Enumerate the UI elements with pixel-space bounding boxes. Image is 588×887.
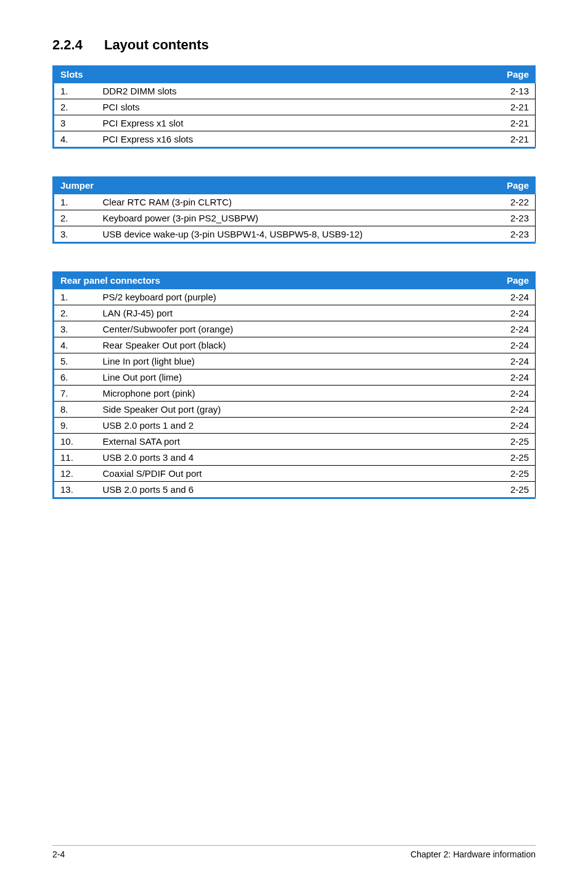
row-desc: Coaxial S/PDIF Out port bbox=[97, 466, 492, 482]
row-desc: Microphone port (pink) bbox=[97, 386, 492, 402]
slots-table: Slots Page 1. DDR2 DIMM slots 2-13 2. PC… bbox=[52, 65, 536, 149]
row-number: 1. bbox=[54, 83, 97, 99]
table-row: 1. PS/2 keyboard port (purple) 2-24 bbox=[54, 289, 536, 305]
row-number: 3 bbox=[54, 115, 97, 131]
slots-header-right: Page bbox=[492, 66, 536, 83]
row-number: 3. bbox=[54, 321, 97, 337]
rear-body: 1. PS/2 keyboard port (purple) 2-24 2. L… bbox=[54, 289, 536, 498]
table-row: 12. Coaxial S/PDIF Out port 2-25 bbox=[54, 466, 536, 482]
jumper-header-right: Page bbox=[492, 177, 536, 194]
row-page: 2-21 bbox=[492, 115, 536, 131]
table-row: 1. Clear RTC RAM (3-pin CLRTC) 2-22 bbox=[54, 194, 536, 210]
row-number: 6. bbox=[54, 369, 97, 386]
rear-table: Rear panel connectors Page 1. PS/2 keybo… bbox=[52, 271, 536, 499]
row-desc: USB 2.0 ports 5 and 6 bbox=[97, 482, 492, 498]
table-row: 7. Microphone port (pink) 2-24 bbox=[54, 386, 536, 402]
table-row: 2. PCI slots 2-21 bbox=[54, 99, 536, 115]
row-desc: Center/Subwoofer port (orange) bbox=[97, 321, 492, 337]
footer-page-number: 2-4 bbox=[52, 849, 65, 859]
table-row: 5. Line In port (light blue) 2-24 bbox=[54, 353, 536, 369]
row-page: 2-24 bbox=[492, 386, 536, 402]
section-heading: 2.2.4Layout contents bbox=[52, 37, 536, 53]
row-desc: DDR2 DIMM slots bbox=[97, 83, 492, 99]
table-row: 2. LAN (RJ-45) port 2-24 bbox=[54, 305, 536, 321]
row-page: 2-25 bbox=[492, 450, 536, 466]
row-page: 2-24 bbox=[492, 402, 536, 418]
row-desc: USB 2.0 ports 1 and 2 bbox=[97, 418, 492, 434]
row-desc: PS/2 keyboard port (purple) bbox=[97, 289, 492, 305]
row-page: 2-24 bbox=[492, 321, 536, 337]
row-number: 8. bbox=[54, 402, 97, 418]
row-number: 10. bbox=[54, 434, 97, 450]
row-page: 2-23 bbox=[492, 226, 536, 243]
row-page: 2-25 bbox=[492, 434, 536, 450]
row-desc: PCI Express x16 slots bbox=[97, 131, 492, 148]
jumper-header-left: Jumper bbox=[54, 177, 492, 194]
table-row: 3 PCI Express x1 slot 2-21 bbox=[54, 115, 536, 131]
section-title: Layout contents bbox=[104, 37, 209, 52]
jumper-table: Jumper Page 1. Clear RTC RAM (3-pin CLRT… bbox=[52, 176, 536, 244]
row-number: 2. bbox=[54, 99, 97, 115]
section-number: 2.2.4 bbox=[52, 37, 83, 53]
table-row: 3. USB device wake-up (3-pin USBPW1-4, U… bbox=[54, 226, 536, 243]
row-desc: LAN (RJ-45) port bbox=[97, 305, 492, 321]
table-row: 10. External SATA port 2-25 bbox=[54, 434, 536, 450]
row-number: 1. bbox=[54, 289, 97, 305]
row-page: 2-25 bbox=[492, 482, 536, 498]
row-page: 2-21 bbox=[492, 131, 536, 148]
table-row: 13. USB 2.0 ports 5 and 6 2-25 bbox=[54, 482, 536, 498]
row-desc: Side Speaker Out port (gray) bbox=[97, 402, 492, 418]
row-page: 2-24 bbox=[492, 369, 536, 386]
row-desc: PCI Express x1 slot bbox=[97, 115, 492, 131]
row-number: 5. bbox=[54, 353, 97, 369]
row-desc: External SATA port bbox=[97, 434, 492, 450]
table-row: 11. USB 2.0 ports 3 and 4 2-25 bbox=[54, 450, 536, 466]
row-page: 2-23 bbox=[492, 210, 536, 226]
table-row: 4. Rear Speaker Out port (black) 2-24 bbox=[54, 337, 536, 353]
row-page: 2-21 bbox=[492, 99, 536, 115]
row-number: 12. bbox=[54, 466, 97, 482]
footer-chapter: Chapter 2: Hardware information bbox=[410, 849, 536, 859]
table-row: 8. Side Speaker Out port (gray) 2-24 bbox=[54, 402, 536, 418]
rear-header-right: Page bbox=[492, 272, 536, 289]
row-desc: Line Out port (lime) bbox=[97, 369, 492, 386]
row-number: 1. bbox=[54, 194, 97, 210]
row-number: 2. bbox=[54, 210, 97, 226]
row-page: 2-24 bbox=[492, 337, 536, 353]
row-desc: USB device wake-up (3-pin USBPW1-4, USBP… bbox=[97, 226, 492, 243]
row-number: 11. bbox=[54, 450, 97, 466]
row-page: 2-24 bbox=[492, 353, 536, 369]
row-number: 7. bbox=[54, 386, 97, 402]
table-row: 3. Center/Subwoofer port (orange) 2-24 bbox=[54, 321, 536, 337]
row-number: 4. bbox=[54, 131, 97, 148]
slots-header-left: Slots bbox=[54, 66, 492, 83]
row-page: 2-24 bbox=[492, 305, 536, 321]
rear-header-left: Rear panel connectors bbox=[54, 272, 492, 289]
slots-body: 1. DDR2 DIMM slots 2-13 2. PCI slots 2-2… bbox=[54, 83, 536, 148]
row-desc: Clear RTC RAM (3-pin CLRTC) bbox=[97, 194, 492, 210]
row-desc: Rear Speaker Out port (black) bbox=[97, 337, 492, 353]
row-page: 2-22 bbox=[492, 194, 536, 210]
row-page: 2-13 bbox=[492, 83, 536, 99]
page-content: 2.2.4Layout contents Slots Page 1. DDR2 … bbox=[0, 0, 588, 499]
row-page: 2-25 bbox=[492, 466, 536, 482]
row-number: 2. bbox=[54, 305, 97, 321]
table-row: 4. PCI Express x16 slots 2-21 bbox=[54, 131, 536, 148]
row-page: 2-24 bbox=[492, 418, 536, 434]
row-page: 2-24 bbox=[492, 289, 536, 305]
row-number: 4. bbox=[54, 337, 97, 353]
row-desc: Keyboard power (3-pin PS2_USBPW) bbox=[97, 210, 492, 226]
row-number: 3. bbox=[54, 226, 97, 243]
row-desc: USB 2.0 ports 3 and 4 bbox=[97, 450, 492, 466]
row-number: 13. bbox=[54, 482, 97, 498]
row-desc: Line In port (light blue) bbox=[97, 353, 492, 369]
table-row: 6. Line Out port (lime) 2-24 bbox=[54, 369, 536, 386]
page-footer: 2-4 Chapter 2: Hardware information bbox=[52, 845, 536, 859]
jumper-body: 1. Clear RTC RAM (3-pin CLRTC) 2-22 2. K… bbox=[54, 194, 536, 243]
table-row: 1. DDR2 DIMM slots 2-13 bbox=[54, 83, 536, 99]
row-desc: PCI slots bbox=[97, 99, 492, 115]
row-number: 9. bbox=[54, 418, 97, 434]
table-row: 9. USB 2.0 ports 1 and 2 2-24 bbox=[54, 418, 536, 434]
table-row: 2. Keyboard power (3-pin PS2_USBPW) 2-23 bbox=[54, 210, 536, 226]
